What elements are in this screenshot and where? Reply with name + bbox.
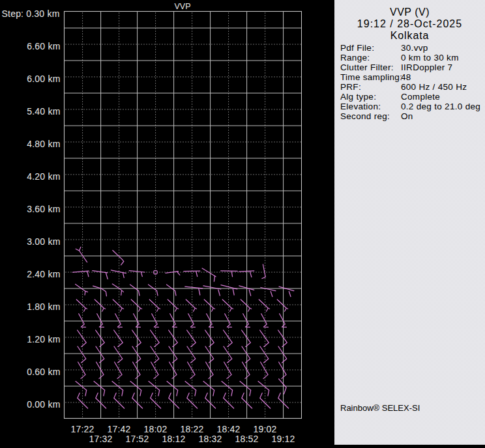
svg-text:4.20 km: 4.20 km <box>27 171 60 182</box>
svg-text:0.00 km: 0.00 km <box>27 399 60 410</box>
svg-text:19:12: 19:12 <box>272 434 295 444</box>
svg-text:6.60 km: 6.60 km <box>27 41 60 51</box>
svg-text:2.40 km: 2.40 km <box>27 269 60 279</box>
svg-text:3.00 km: 3.00 km <box>27 236 60 247</box>
svg-text:6.00 km: 6.00 km <box>27 74 60 84</box>
svg-text:17:52: 17:52 <box>126 434 149 444</box>
svg-text:18:02: 18:02 <box>144 424 168 434</box>
svg-text:17:42: 17:42 <box>108 424 131 434</box>
svg-text:0.60 km: 0.60 km <box>27 367 60 377</box>
svg-text:1.20 km: 1.20 km <box>27 334 60 344</box>
svg-text:18:32: 18:32 <box>199 434 222 444</box>
svg-text:18:12: 18:12 <box>162 434 186 444</box>
svg-text:19:02: 19:02 <box>254 424 277 434</box>
svg-text:3.60 km: 3.60 km <box>27 204 60 214</box>
svg-text:Step: 0.30 km: Step: 0.30 km <box>2 8 60 19</box>
svg-text:17:32: 17:32 <box>89 434 113 444</box>
svg-text:1.80 km: 1.80 km <box>27 301 60 312</box>
svg-text:4.80 km: 4.80 km <box>27 139 60 149</box>
svg-text:VVP: VVP <box>174 2 190 11</box>
svg-text:18:42: 18:42 <box>217 424 241 434</box>
svg-text:5.40 km: 5.40 km <box>27 106 60 117</box>
svg-text:18:52: 18:52 <box>235 434 259 444</box>
svg-text:17:22: 17:22 <box>71 424 95 434</box>
svg-text:18:22: 18:22 <box>181 424 204 434</box>
